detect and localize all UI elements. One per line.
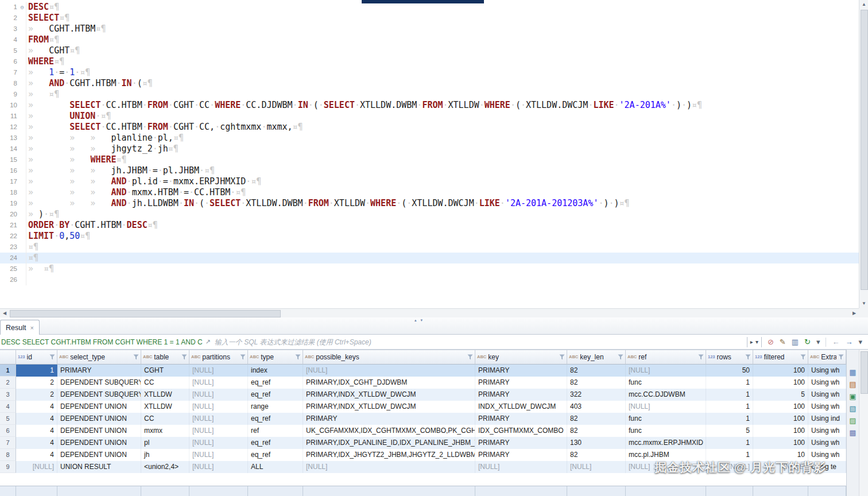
cell-select_type[interactable]: DEPENDENT UNION bbox=[57, 401, 141, 413]
cell-key[interactable]: PRIMARY bbox=[475, 365, 567, 377]
editor-line-13[interactable]: 13» » » planline·pl,¤¶ bbox=[0, 133, 859, 144]
cell-table[interactable]: CC bbox=[141, 413, 189, 425]
cell-rows[interactable]: 1 bbox=[706, 437, 753, 449]
cell-key_len[interactable]: 82 bbox=[567, 377, 626, 389]
filter-sort-icon[interactable] bbox=[698, 354, 704, 360]
column-header-Extra[interactable]: ABCExtra bbox=[808, 350, 846, 365]
cell-ref[interactable]: mcc.mxmx.ERPJHMXID bbox=[626, 437, 706, 449]
cell-select_type[interactable]: UNION RESULT bbox=[57, 461, 141, 473]
cell-table[interactable]: <union2,4> bbox=[141, 461, 189, 473]
cell-type[interactable]: index bbox=[248, 365, 303, 377]
editor-line-23[interactable]: 23¤¶ bbox=[0, 242, 859, 253]
cell-key_len[interactable]: 82 bbox=[567, 413, 626, 425]
cell-ref[interactable]: func bbox=[626, 377, 706, 389]
cell-filtered[interactable]: 100 bbox=[753, 401, 808, 413]
editor-line-22[interactable]: 22LIMIT·0,50¤¶ bbox=[0, 231, 859, 242]
editor-line-20[interactable]: 20» )·¤¶ bbox=[0, 209, 859, 220]
cell-id[interactable]: 2 bbox=[16, 377, 57, 389]
cell-possible_keys[interactable]: PRIMARY bbox=[303, 413, 475, 425]
cell-filtered[interactable]: 100 bbox=[753, 413, 808, 425]
row-number[interactable]: 9 bbox=[0, 461, 16, 473]
select-all-corner[interactable] bbox=[0, 350, 16, 365]
refresh-icon[interactable]: ↻ bbox=[804, 338, 811, 346]
cell-partitions[interactable]: [NULL] bbox=[189, 401, 248, 413]
editor-vertical-scrollbar[interactable]: ▲ ▼ bbox=[859, 0, 868, 308]
cell-type[interactable]: eq_ref bbox=[248, 437, 303, 449]
cell-type[interactable]: eq_ref bbox=[248, 413, 303, 425]
cell-select_type[interactable]: PRIMARY bbox=[57, 365, 141, 377]
cell-id[interactable]: 2 bbox=[16, 389, 57, 401]
filter-sort-icon[interactable] bbox=[49, 354, 55, 360]
cell-ref[interactable]: func bbox=[626, 413, 706, 425]
column-header-ref[interactable]: ABCref bbox=[626, 350, 706, 365]
filter-input[interactable] bbox=[214, 336, 747, 348]
sash-down-icon[interactable]: ▾ bbox=[421, 317, 423, 323]
cell-partitions[interactable]: [NULL] bbox=[189, 377, 248, 389]
filter-sort-icon[interactable] bbox=[618, 354, 623, 360]
column-header-id[interactable]: 123id bbox=[16, 350, 57, 365]
editor-line-5[interactable]: 5» CGHT¤¶ bbox=[0, 45, 859, 56]
editor-line-4[interactable]: 4FROM¤¶ bbox=[0, 34, 859, 45]
cell-ref[interactable]: mcc.CC.DJDWBM bbox=[626, 389, 706, 401]
editor-line-9[interactable]: 9» ¤¶ bbox=[0, 89, 859, 100]
cell-Extra[interactable]: Using wh bbox=[808, 437, 846, 449]
sash-up-icon[interactable]: ▴ bbox=[414, 317, 417, 323]
column-header-select_type[interactable]: ABCselect_type bbox=[57, 350, 141, 365]
cell-filtered[interactable]: 100 bbox=[753, 437, 808, 449]
close-icon[interactable]: × bbox=[30, 324, 33, 331]
apply-filter-icon[interactable]: ▸ bbox=[750, 339, 753, 345]
cell-key[interactable]: IDX_CGHTMXMX_COMBO bbox=[475, 425, 567, 437]
cell-key_len[interactable]: 322 bbox=[567, 389, 626, 401]
editor-line-3[interactable]: 3» CGHT.HTBM¤¶ bbox=[0, 24, 859, 34]
cell-rows[interactable]: 5 bbox=[706, 425, 753, 437]
cell-key[interactable]: PRIMARY bbox=[475, 377, 567, 389]
cell-select_type[interactable]: DEPENDENT UNION bbox=[57, 413, 141, 425]
edit-filter-icon[interactable]: ✎ bbox=[780, 338, 786, 346]
cell-key[interactable]: PRIMARY bbox=[475, 437, 567, 449]
cell-key_len[interactable]: 82 bbox=[567, 449, 626, 461]
cell-Extra[interactable]: Using wh bbox=[808, 377, 846, 389]
column-header-key_len[interactable]: ABCkey_len bbox=[567, 350, 626, 365]
metadata-panel-icon[interactable]: ▨ bbox=[847, 414, 859, 427]
editor-line-7[interactable]: 7» 1·=·1·¤¶ bbox=[0, 67, 859, 78]
editor-line-6[interactable]: 6WHERE¤¶ bbox=[0, 56, 859, 67]
editor-line-14[interactable]: 14» » » jhgytz_2·jh¤¶ bbox=[0, 144, 859, 154]
cell-id[interactable]: 4 bbox=[16, 413, 57, 425]
value-panel-icon[interactable]: ▣ bbox=[847, 390, 859, 402]
cell-select_type[interactable]: DEPENDENT SUBQUERY bbox=[57, 377, 141, 389]
grid-view-icon[interactable]: ▦ bbox=[847, 366, 859, 378]
filter-sort-icon[interactable] bbox=[181, 354, 187, 360]
cell-partitions[interactable]: [NULL] bbox=[189, 389, 248, 401]
clear-filter-icon[interactable]: ⊘ bbox=[768, 338, 774, 346]
editor-line-11[interactable]: 11» UNION·¤¶ bbox=[0, 111, 859, 122]
editor-line-25[interactable]: 25» ¤¶ bbox=[0, 264, 859, 274]
cell-Extra[interactable]: Using wh bbox=[808, 425, 846, 437]
nav-forward-icon[interactable]: → bbox=[845, 338, 852, 346]
cell-Extra[interactable]: Using wh bbox=[808, 401, 846, 413]
editor-line-16[interactable]: 16» » » jh.JHBM·=·pl.JHBM·¤¶ bbox=[0, 165, 859, 176]
cell-id[interactable]: [NULL] bbox=[16, 461, 57, 473]
editor-line-24[interactable]: 24¤¶ bbox=[0, 253, 859, 264]
cell-table[interactable]: pl bbox=[141, 437, 189, 449]
editor-line-18[interactable]: 18» » » AND·mxmx.HTBM·=·CC.HTBM·¤¶ bbox=[0, 187, 859, 198]
editor-line-21[interactable]: 21ORDER·BY·CGHT.HTBM·DESC¤¶ bbox=[0, 220, 859, 231]
cell-type[interactable]: ref bbox=[248, 425, 303, 437]
cell-id[interactable]: 4 bbox=[16, 449, 57, 461]
sql-editor[interactable]: 1⊖DESC¤¶2SELECT¤¶3» CGHT.HTBM¤¶4FROM¤¶5»… bbox=[0, 0, 859, 308]
cell-table[interactable]: XTLLDW bbox=[141, 401, 189, 413]
editor-line-2[interactable]: 2SELECT¤¶ bbox=[0, 13, 859, 24]
cell-possible_keys[interactable]: PRIMARY,INDX_XTLLDW_DWCJM bbox=[303, 401, 475, 413]
cell-type[interactable]: eq_ref bbox=[248, 389, 303, 401]
row-number[interactable]: 7 bbox=[0, 437, 16, 449]
cell-filtered[interactable]: 5 bbox=[753, 389, 808, 401]
cell-select_type[interactable]: DEPENDENT UNION bbox=[57, 437, 141, 449]
editor-line-10[interactable]: 10» SELECT·CC.HTBM·FROM·CGHT·CC·WHERE·CC… bbox=[0, 100, 859, 111]
panels-icon[interactable]: ▥ bbox=[792, 338, 799, 346]
row-number[interactable]: 2 bbox=[0, 377, 16, 389]
cell-Extra[interactable]: Using ind bbox=[808, 413, 846, 425]
cell-filtered[interactable]: 100 bbox=[753, 365, 808, 377]
scroll-down-icon[interactable]: ▼ bbox=[859, 299, 868, 308]
column-header-possible_keys[interactable]: ABCpossible_keys bbox=[303, 350, 475, 365]
cell-select_type[interactable]: DEPENDENT UNION bbox=[57, 425, 141, 437]
column-header-partitions[interactable]: ABCpartitions bbox=[189, 350, 248, 365]
